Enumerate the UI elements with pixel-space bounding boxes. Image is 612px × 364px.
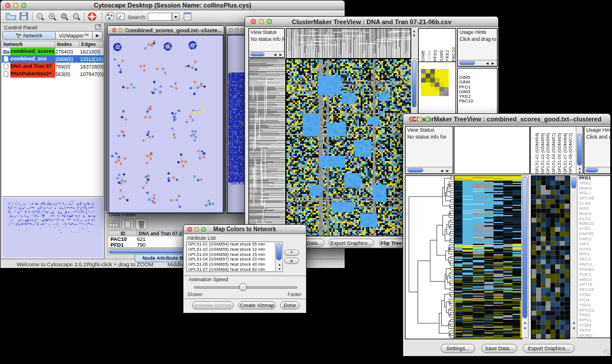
col-label[interactable]: GIM4	[427, 29, 433, 62]
tab-network[interactable]: Network	[2, 31, 56, 40]
move-up-button[interactable]: ^	[284, 250, 299, 256]
close-button[interactable]	[251, 19, 256, 24]
move-down-button[interactable]: v	[284, 258, 299, 264]
zoom-button[interactable]	[267, 19, 272, 24]
minimize-button[interactable]	[194, 227, 199, 232]
zoom-button[interactable]	[240, 28, 244, 32]
open-file-icon[interactable]	[6, 12, 16, 20]
search-dropdown-button[interactable]: ▼	[172, 13, 179, 21]
gene-label[interactable]: CLN1	[579, 201, 610, 206]
close-button[interactable]	[5, 3, 10, 8]
scroll-left-icon[interactable]: ◀	[439, 169, 445, 173]
gene-label[interactable]: NIS1	[579, 206, 610, 212]
gene-label[interactable]: SEC24	[579, 288, 610, 293]
main-titlebar[interactable]: Cytoscape Desktop (Session Name: collins…	[1, 1, 345, 10]
gene-label[interactable]: FIG4	[579, 298, 610, 303]
network1-titlebar[interactable]: combined_scores_good.txt--cluste...	[108, 26, 224, 35]
settings-button[interactable]: Settings...	[441, 344, 475, 353]
scrollbar-thumb[interactable]	[522, 177, 527, 319]
scrollbar-thumb[interactable]	[276, 243, 282, 260]
gene-label[interactable]: PUF3	[579, 273, 610, 278]
table-row[interactable]: DNA and Tran 07 769(0) 183728(0)	[2, 63, 104, 70]
tab-vizmapper[interactable]: VizMapper™	[56, 31, 93, 40]
tv2-gene-vscrollbar[interactable]: ▲ ▼	[570, 175, 577, 338]
tv2-row-dendrogram[interactable]	[405, 175, 454, 339]
done-button[interactable]: Done	[280, 301, 300, 309]
tv2-vscrollbar[interactable]: ▲ ▼	[521, 175, 529, 338]
minimize-button[interactable]	[13, 3, 18, 8]
scroll-up-icon[interactable]: ▲	[411, 29, 417, 33]
col-label[interactable]: PAC10	[451, 29, 456, 62]
save-icon[interactable]	[20, 12, 28, 20]
network-sheet-icon[interactable]	[183, 12, 192, 21]
scroll-left-icon[interactable]: ◀	[484, 62, 490, 66]
resize-grip[interactable]	[603, 349, 610, 355]
select-attributes-button[interactable]	[108, 219, 120, 229]
scroll-down-icon[interactable]: ▼	[277, 267, 282, 271]
gene-label[interactable]: MSI1	[579, 252, 610, 257]
tv1-mini-heatmap[interactable]	[421, 69, 449, 96]
gene-label[interactable]: BUD4	[579, 212, 610, 217]
attribute-list-item[interactable]: GPL51-01 (GSM854) heat shock 05 min	[187, 242, 282, 247]
table-row[interactable]: RNAPuberNov2+ 563(0) 107847(0)	[2, 70, 104, 78]
birds-eye-view[interactable]	[2, 198, 103, 258]
scroll-up-icon[interactable]: ▲	[522, 321, 528, 325]
col-label[interactable]: GPL51-01 (GSM854)	[534, 127, 540, 174]
col-label[interactable]: GIM5	[420, 29, 427, 62]
zoom-button[interactable]	[201, 227, 206, 232]
scrollbar-thumb[interactable]	[412, 60, 416, 108]
gene-label[interactable]: TCB3	[579, 323, 610, 328]
minimize-button[interactable]	[417, 117, 422, 122]
gene-label[interactable]: HAP3	[579, 237, 610, 242]
tv2-status-hscrollbar[interactable]: ◀ ▶	[406, 167, 453, 174]
new-attribute-button[interactable]	[121, 219, 133, 229]
scrollbar-thumb[interactable]	[577, 133, 582, 166]
gene-label[interactable]: PAN1	[579, 313, 610, 318]
annotation-icon[interactable]	[116, 12, 125, 21]
close-button[interactable]	[188, 227, 192, 232]
scroll-down-icon[interactable]: ▼	[577, 171, 583, 174]
animate-vizmap-button[interactable]: Animate Vizmap	[192, 301, 234, 309]
network-canvas[interactable]	[109, 36, 223, 212]
gene-label[interactable]: SEC1	[579, 257, 610, 262]
column-header-network[interactable]: Network	[2, 41, 55, 47]
zoom-button[interactable]	[125, 28, 129, 32]
tv2-heatmap[interactable]	[454, 175, 522, 339]
close-button[interactable]	[409, 117, 414, 122]
col-label[interactable]: GPL51-08 (GSM872)	[568, 127, 573, 174]
attribute-list-vscrollbar[interactable]: ▲ ▼	[275, 242, 283, 272]
col-label[interactable]: YKE2	[445, 29, 451, 62]
gene-label[interactable]: PHO81	[579, 267, 610, 273]
scroll-left-icon[interactable]: ◀	[272, 53, 278, 57]
col-label[interactable]: GPL51-04 (GSM857)	[551, 127, 557, 174]
scroll-right-icon[interactable]: ▶	[445, 169, 450, 173]
search-input[interactable]	[148, 13, 172, 21]
scroll-up-icon[interactable]: ▲	[577, 167, 583, 171]
dialog-titlebar[interactable]: Map Colors to Network	[183, 225, 306, 234]
scroll-down-icon[interactable]: ▼	[411, 34, 417, 38]
minimize-button[interactable]	[259, 19, 264, 24]
col-label[interactable]: GPL51-03 (GSM856)	[545, 127, 551, 174]
col-label[interactable]: PFD1	[433, 29, 439, 62]
zoom-fit-icon[interactable]	[60, 12, 70, 21]
delete-attribute-button[interactable]	[135, 219, 147, 229]
scrollbar-thumb[interactable]	[571, 177, 576, 189]
attribute-list-item[interactable]: GPL51-06 (GSM865) heat shock 40 min	[187, 262, 282, 267]
tv1-usage-hscrollbar[interactable]: ◀ ▶	[458, 60, 497, 66]
gene-label[interactable]: GPI16	[579, 282, 610, 288]
gene-label[interactable]: VIP1	[579, 242, 610, 247]
gene-label[interactable]: YSH1	[579, 303, 610, 308]
attribute-list-item[interactable]: GPL51-07 (GSM868) heat shock 60 min	[187, 267, 282, 273]
gene-label[interactable]: YRA1	[579, 181, 610, 186]
tv2-labels-vscrollbar[interactable]: ▲ ▼	[576, 126, 583, 174]
scrollbar-thumb[interactable]	[459, 61, 475, 65]
zoom-selected-icon[interactable]	[72, 12, 82, 21]
treeview1-titlebar[interactable]: ClusterMaker TreeView : DNA and Tran 07-…	[245, 17, 498, 27]
attribute-list-item[interactable]: GPL51-03 (GSM856) heat shock 15 min	[187, 252, 282, 258]
minimize-button[interactable]	[235, 28, 239, 32]
column-header-id[interactable]: ID	[108, 231, 137, 236]
zoom-button[interactable]	[425, 117, 430, 122]
tv2-zoom-heatmap[interactable]	[531, 175, 570, 339]
zoom-out-icon[interactable]	[36, 12, 45, 21]
scroll-down-icon[interactable]: ▼	[522, 327, 528, 331]
